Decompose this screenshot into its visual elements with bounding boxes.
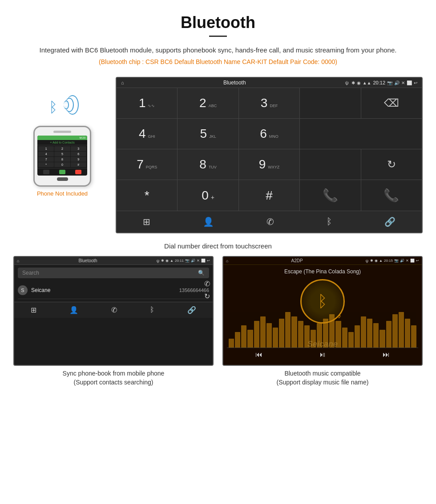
dial-empty-1	[300, 119, 422, 149]
dial-key-2[interactable]: 2 ABC	[178, 88, 238, 118]
page-description: Integrated with BC6 Bluetooth module, su…	[27, 45, 409, 56]
dial-key-6[interactable]: 6 MNO	[239, 119, 299, 149]
toolbar-grid-icon[interactable]: ⊞	[143, 216, 150, 227]
eq-bar	[229, 339, 234, 348]
search-icon[interactable]: 🔍	[198, 270, 205, 276]
toolbar-link-icon[interactable]: 🔗	[384, 216, 396, 227]
pb-toolbar-phone-icon[interactable]: ✆	[111, 306, 117, 314]
dial-key-0[interactable]: 0 +	[178, 180, 238, 211]
phonebook-usb-icon: ψ	[157, 259, 159, 263]
wave3-icon	[66, 95, 79, 115]
dial-call-red-key[interactable]: 📞	[361, 180, 422, 211]
pb-back-icon[interactable]: ↩	[207, 259, 210, 263]
dial-key-1[interactable]: 1 ∿∿	[117, 88, 177, 118]
phonebook-screenshot: ⌂ Bluetooth ψ ✱ ◉ ▲ 20:11 📷 🔊 ✕ ⬜ ↩	[13, 256, 214, 388]
toolbar-contacts-icon[interactable]: 👤	[203, 216, 214, 227]
phonebook-search-bar[interactable]: Search 🔍	[18, 268, 209, 278]
dial-key-9[interactable]: 9 WXYZ	[239, 149, 299, 180]
phone-section: ᛒ M:20 + Add to Contacts 1 2 3 4 5 6	[13, 77, 111, 233]
phone-key-7[interactable]: 7	[38, 157, 54, 162]
dial-refresh-key[interactable]: ↻	[361, 149, 422, 180]
status-icons: ✱ ◉ ▲▲ 20:12 📷 🔊 ✕ ⬜ ↩	[351, 80, 417, 85]
bluetooth-status-icon: ✱	[351, 80, 355, 85]
eq-bar	[254, 321, 259, 348]
phone-key-6[interactable]: 6	[71, 152, 86, 156]
search-placeholder: Search	[22, 270, 39, 276]
toolbar-bluetooth-icon[interactable]: ᛒ	[327, 216, 332, 227]
eq-bar	[367, 319, 372, 348]
eq-bar	[323, 319, 328, 348]
dial-caption: Dial number direct from touchscreen	[0, 238, 436, 256]
dial-screen-title: Bluetooth	[127, 80, 343, 86]
dial-key-hash[interactable]: #	[239, 180, 299, 211]
pb-toolbar-user-icon[interactable]: 👤	[69, 306, 78, 314]
dial-key-3[interactable]: 3 DEF	[239, 88, 299, 118]
mu-time: 20:15	[384, 259, 393, 263]
pb-toolbar-bt-icon[interactable]: ᛒ	[150, 306, 154, 314]
dial-key-7[interactable]: 7 PQRS	[117, 149, 177, 180]
mu-close-icon: ✕	[406, 259, 409, 263]
dial-key-star[interactable]: *	[117, 180, 177, 211]
dial-call-green-key[interactable]: 📞	[300, 180, 360, 211]
pb-time: 20:11	[175, 259, 184, 263]
contact-row[interactable]: S Seicane 13566664466	[18, 282, 209, 299]
phone-home-button[interactable]	[57, 177, 68, 181]
home-icon[interactable]: ⌂	[121, 80, 124, 85]
phone-key-star[interactable]: *	[38, 162, 54, 167]
mu-back-icon[interactable]: ↩	[416, 259, 419, 263]
page-header: Bluetooth Integrated with BC6 Bluetooth …	[0, 0, 436, 77]
eq-bar	[279, 319, 284, 348]
phone-screen-top: M:20	[37, 136, 87, 140]
eq-bar	[392, 314, 398, 348]
phone-key-9[interactable]: 9	[71, 157, 86, 162]
signal-icon: ▲▲	[363, 80, 371, 85]
volume-icon: 🔊	[394, 80, 400, 85]
phonebook-content: Search 🔍 S Seicane 13566664466	[14, 265, 213, 302]
music-bt-icon: ᛒ	[318, 292, 327, 311]
mu-bt-icon: ✱	[370, 259, 373, 263]
contact-name: Seicane	[31, 287, 176, 293]
dial-empty-2	[300, 149, 360, 180]
music-home-icon[interactable]: ⌂	[226, 259, 228, 263]
sidebar-phone-icon[interactable]: ✆	[204, 280, 210, 288]
toolbar-phone-icon[interactable]: ✆	[266, 216, 274, 227]
eq-bar	[304, 325, 310, 348]
phonebook-toolbar: ⊞ 👤 ✆ ᛒ 🔗	[14, 302, 213, 318]
pb-toolbar-link-icon[interactable]: 🔗	[187, 306, 196, 314]
music-title: A2DP	[230, 258, 363, 263]
phone-key-8[interactable]: 8	[54, 157, 70, 162]
bluetooth-specs: (Bluetooth chip : CSR BC6 Default Blueto…	[27, 58, 409, 65]
dial-key-5[interactable]: 5 JKL	[178, 119, 238, 149]
phonebook-home-icon[interactable]: ⌂	[17, 259, 19, 263]
eq-bar	[298, 321, 303, 348]
call-green-icon: 📞	[323, 188, 338, 203]
phone-key-3[interactable]: 3	[71, 146, 86, 151]
phone-key-2[interactable]: 2	[54, 146, 70, 151]
phone-key-hash[interactable]: #	[71, 162, 86, 167]
music-song-title: Escape (The Pina Colada Song)	[284, 268, 361, 275]
phone-key-1[interactable]: 1	[38, 146, 54, 151]
phonebook-frame: ⌂ Bluetooth ψ ✱ ◉ ▲ 20:11 📷 🔊 ✕ ⬜ ↩	[13, 256, 214, 366]
music-note-icon: ♪	[338, 312, 341, 320]
eq-bar	[235, 332, 240, 348]
phonebook-caption: Sync phone-book from mobile phone (Suppo…	[13, 366, 214, 388]
prev-track-button[interactable]: ⏮	[255, 351, 262, 359]
bottom-screenshots: ⌂ Bluetooth ψ ✱ ◉ ▲ 20:11 📷 🔊 ✕ ⬜ ↩	[0, 256, 436, 388]
dial-key-4[interactable]: 4 GHI	[117, 119, 177, 149]
dial-backspace-key[interactable]: ⌫	[361, 88, 422, 118]
eq-bar	[335, 321, 341, 348]
next-track-button[interactable]: ⏭	[383, 351, 390, 359]
back-icon[interactable]: ↩	[414, 80, 417, 85]
pb-toolbar-grid-icon[interactable]: ⊞	[31, 306, 36, 314]
sidebar-refresh-icon[interactable]: ↻	[204, 292, 210, 300]
music-controls: ⏮ ⏯ ⏭	[227, 348, 418, 361]
play-pause-button[interactable]: ⏯	[319, 351, 326, 359]
phone-key-5[interactable]: 5	[54, 152, 70, 156]
pb-bt-icon: ✱	[161, 259, 164, 263]
dial-key-8[interactable]: 8 TUV	[178, 149, 238, 180]
phone-call-btn	[59, 170, 65, 174]
phone-key-4[interactable]: 4	[38, 152, 54, 156]
pb-close-icon: ✕	[197, 259, 200, 263]
phonebook-inner: Search 🔍 S Seicane 13566664466 ✆ ↻	[14, 265, 213, 302]
phone-key-0[interactable]: 0	[54, 162, 70, 167]
